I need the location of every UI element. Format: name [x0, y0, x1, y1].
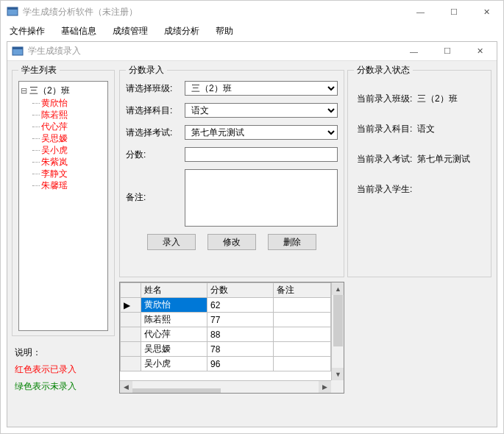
menubar: 文件操作 基础信息 成绩管理 成绩分析 帮助 [1, 23, 503, 39]
child-minimize-button[interactable]: ― [397, 40, 430, 63]
remark-label: 备注: [126, 191, 185, 204]
row-header[interactable] [121, 342, 141, 357]
grid-hscrollbar[interactable]: ◀ ▶ [120, 380, 331, 393]
child-icon [12, 46, 24, 57]
cell-name[interactable]: 陈若熙 [141, 313, 207, 327]
menu-basic[interactable]: 基础信息 [61, 25, 96, 38]
table-row[interactable]: 代心萍88 [121, 327, 331, 342]
tree-student[interactable]: 吴小虎 [41, 144, 106, 156]
add-button[interactable]: 录入 [147, 234, 196, 250]
status-exam-value: 第七单元测试 [417, 153, 470, 166]
score-label: 分数: [126, 149, 185, 161]
row-header[interactable] [121, 357, 141, 371]
status-subject-value: 语文 [417, 123, 435, 135]
row-header[interactable] [121, 313, 141, 327]
tree-student[interactable]: 朱馨瑶 [41, 179, 106, 191]
desc-green: 绿色表示未录入 [15, 380, 112, 393]
grid-header-score[interactable]: 分数 [207, 283, 274, 298]
table-row[interactable]: 吴小虎96 [121, 357, 331, 371]
main-title: 学生成绩分析软件（未注册） [23, 6, 138, 18]
close-button[interactable]: ✕ [470, 1, 503, 23]
score-entry-legend: 分数录入 [126, 64, 167, 77]
maximize-button[interactable]: ☐ [437, 1, 470, 23]
scroll-left-icon[interactable]: ◀ [120, 381, 132, 394]
grid-header-remark[interactable]: 备注 [274, 283, 331, 298]
menu-score[interactable]: 成绩管理 [113, 25, 148, 38]
row-header[interactable]: ▶ [121, 298, 141, 313]
tree-student[interactable]: 陈若熙 [41, 109, 106, 121]
cell-remark[interactable] [274, 342, 331, 357]
child-window: 学生成绩录入 ― ☐ ✕ 学生列表 三（2）班 黄欣怡陈若熙代心萍吴思嫒吴小虎朱… [7, 41, 497, 427]
cell-remark[interactable] [274, 313, 331, 327]
remark-input[interactable] [185, 169, 338, 227]
table-row[interactable]: ▶黄欣怡62 [121, 298, 331, 313]
grid-corner [121, 283, 141, 298]
status-legend: 分数录入状态 [354, 64, 413, 77]
cell-name[interactable]: 代心萍 [141, 327, 207, 342]
child-close-button[interactable]: ✕ [464, 40, 497, 63]
status-class-value: 三（2）班 [417, 93, 458, 105]
subject-select[interactable]: 语文 [185, 103, 338, 118]
app-icon [7, 6, 18, 18]
student-list-legend: 学生列表 [18, 64, 60, 77]
score-input[interactable] [185, 147, 338, 162]
minimize-button[interactable]: ― [404, 1, 437, 23]
exam-select[interactable]: 第七单元测试 [185, 125, 338, 140]
cell-remark[interactable] [274, 327, 331, 342]
subject-label: 请选择科目: [126, 104, 185, 117]
scroll-right-icon[interactable]: ▶ [319, 381, 331, 394]
cell-score[interactable]: 96 [207, 357, 274, 371]
table-row[interactable]: 吴思嫒78 [121, 342, 331, 357]
tree-student[interactable]: 吴思嫒 [41, 132, 106, 144]
status-group: 分数录入状态 当前录入班级: 三（2）班 当前录入科目: 语文 当前录入考试: … [347, 64, 491, 277]
score-entry-group: 分数录入 请选择班级: 三（2）班 请选择科目: 语文 请选择考试: 第七单元测… [119, 64, 344, 277]
tree-student[interactable]: 代心萍 [41, 121, 106, 132]
class-label: 请选择班级: [126, 82, 185, 95]
cell-score[interactable]: 78 [207, 342, 274, 357]
table-row[interactable]: 陈若熙77 [121, 313, 331, 327]
cell-score[interactable]: 77 [207, 313, 274, 327]
cell-name[interactable]: 黄欣怡 [141, 298, 207, 313]
desc-legend: 说明： [15, 346, 112, 359]
tree-student[interactable]: 李静文 [41, 168, 106, 179]
scroll-down-icon[interactable]: ▼ [332, 368, 344, 380]
tree-student[interactable]: 朱紫岚 [41, 156, 106, 168]
child-title: 学生成绩录入 [28, 45, 81, 57]
svg-rect-1 [7, 7, 18, 10]
status-student-label: 当前录入学生: [357, 183, 417, 196]
child-maximize-button[interactable]: ☐ [430, 40, 464, 63]
score-grid[interactable]: 姓名 分数 备注 ▶黄欣怡62陈若熙77代心萍88吴思嫒78吴小虎96 ▲ ▼ … [119, 282, 344, 394]
cell-score[interactable]: 62 [207, 298, 274, 313]
status-class-label: 当前录入班级: [357, 93, 417, 105]
status-exam-label: 当前录入考试: [357, 153, 417, 166]
cell-remark[interactable] [274, 298, 331, 313]
class-select[interactable]: 三（2）班 [185, 81, 338, 96]
cell-score[interactable]: 88 [207, 327, 274, 342]
grid-vscrollbar[interactable]: ▲ ▼ [331, 282, 344, 380]
cell-name[interactable]: 吴思嫒 [141, 342, 207, 357]
child-titlebar: 学生成绩录入 ― ☐ ✕ [7, 42, 497, 61]
desc-red: 红色表示已录入 [15, 363, 112, 376]
row-header[interactable] [121, 327, 141, 342]
svg-rect-3 [13, 47, 23, 49]
exam-label: 请选择考试: [126, 127, 185, 139]
description-group: 说明： 红色表示已录入 绿色表示未录入 [12, 342, 115, 397]
edit-button[interactable]: 修改 [207, 234, 256, 250]
student-list-group: 学生列表 三（2）班 黄欣怡陈若熙代心萍吴思嫒吴小虎朱紫岚李静文朱馨瑶 [12, 64, 115, 336]
menu-analysis[interactable]: 成绩分析 [164, 25, 199, 38]
grid-header-name[interactable]: 姓名 [141, 283, 207, 298]
scroll-up-icon[interactable]: ▲ [332, 282, 344, 295]
menu-help[interactable]: 帮助 [216, 25, 233, 38]
tree-student[interactable]: 黄欣怡 [41, 97, 106, 109]
student-tree[interactable]: 三（2）班 黄欣怡陈若熙代心萍吴思嫒吴小虎朱紫岚李静文朱馨瑶 [18, 81, 108, 331]
main-titlebar: 学生成绩分析软件（未注册） ― ☐ ✕ [1, 1, 503, 23]
cell-name[interactable]: 吴小虎 [141, 357, 207, 371]
status-subject-label: 当前录入科目: [357, 123, 417, 135]
tree-root[interactable]: 三（2）班 [21, 85, 106, 97]
delete-button[interactable]: 删除 [268, 234, 316, 250]
cell-remark[interactable] [274, 357, 331, 371]
menu-file[interactable]: 文件操作 [10, 25, 45, 38]
